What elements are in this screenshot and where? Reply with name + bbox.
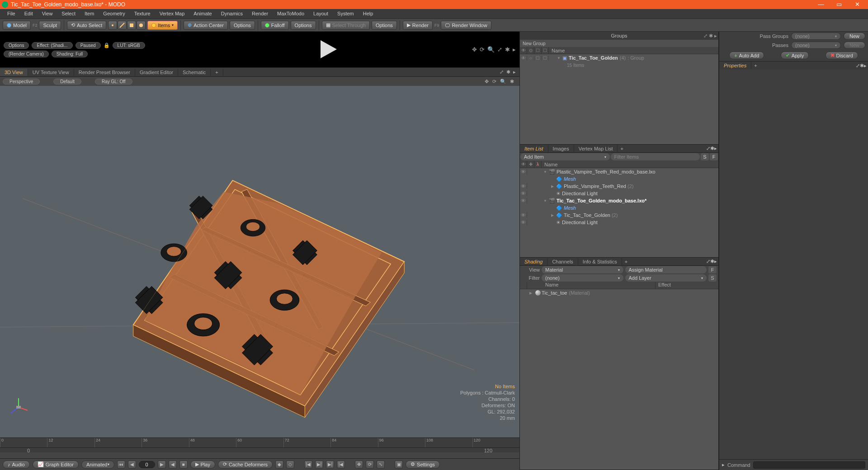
menu-select[interactable]: Select <box>57 9 80 19</box>
viewport-gear-icon[interactable]: ✱ <box>510 79 514 85</box>
itemlist-expand-icon[interactable]: ⤢ <box>706 146 710 151</box>
preview-expand-icon[interactable]: ⤢ <box>497 46 502 53</box>
menu-view[interactable]: View <box>38 9 57 19</box>
axis-gizmo[interactable] <box>7 396 30 419</box>
tab-properties[interactable]: Properties <box>719 62 751 69</box>
play-icon[interactable] <box>317 38 339 61</box>
key-next-button[interactable]: ▶| <box>315 461 323 469</box>
preview-zoom-icon[interactable]: 🔍 <box>487 46 495 53</box>
perspective-dropdown[interactable]: Perspective <box>3 79 40 85</box>
tab-item-list[interactable]: Item List <box>520 145 548 152</box>
render-button[interactable]: ▶Render <box>403 21 433 30</box>
options-button-1[interactable]: Options <box>230 21 255 30</box>
polygon-mode-icon[interactable] <box>127 21 136 30</box>
item-list-row[interactable]: 👁▶🔷Plastic_Vampire_Teeth_Red (2) <box>520 183 718 190</box>
stop-button[interactable]: ■ <box>179 461 188 469</box>
group-row[interactable]: 👁○☐☐ ▼▣ Tic_Tac_Toe_Golden (4) : Group <box>520 54 718 61</box>
preview-paused[interactable]: Paused <box>75 42 101 49</box>
cache-deformers-button[interactable]: ⟳Cache Deformers <box>218 461 273 469</box>
item-list-row[interactable]: 👁☀Directional Light <box>520 190 718 197</box>
shading-more-icon[interactable]: ▸ <box>714 258 717 264</box>
itemlist-tab-add[interactable]: + <box>618 146 626 151</box>
add-layer-dropdown[interactable]: Add Layer▾ <box>625 274 707 282</box>
menu-item[interactable]: Item <box>80 9 99 19</box>
passgroups-dropdown[interactable]: (none)▾ <box>791 33 841 40</box>
close-button[interactable]: ✕ <box>848 0 866 9</box>
tab-uv-texture[interactable]: UV Texture View <box>28 69 74 76</box>
model-button[interactable]: Model <box>3 21 31 30</box>
action-center-button[interactable]: ⊕Action Center <box>184 21 228 30</box>
select-through-button[interactable]: ▦Select Through <box>322 21 370 30</box>
menu-edit[interactable]: Edit <box>20 9 38 19</box>
add-item-dropdown[interactable]: Add Item▾ <box>520 153 610 160</box>
shading-expand-icon[interactable]: ⤢ <box>706 258 710 264</box>
preview-gear-icon[interactable]: ✱ <box>505 46 510 53</box>
vertex-mode-icon[interactable] <box>108 21 117 30</box>
frame-input[interactable]: 0 <box>139 461 155 468</box>
scale-key-button[interactable]: ⤡ <box>377 461 385 469</box>
tab-schematic[interactable]: Schematic <box>178 69 211 76</box>
key-button-2[interactable]: ◇ <box>286 461 294 469</box>
shading-s-button[interactable]: S <box>708 274 717 282</box>
groups-gear-icon[interactable]: ✱ <box>709 33 713 39</box>
settings-button[interactable]: ⚙Settings <box>406 461 440 469</box>
viewport-zoom-icon[interactable]: 🔍 <box>500 79 506 85</box>
preview-lut[interactable]: LUT: sRGB <box>113 42 145 49</box>
filter-key-button[interactable]: ▣ <box>395 461 403 469</box>
apply-button[interactable]: ✔Apply <box>781 52 809 59</box>
new-group-button[interactable]: New Group <box>520 40 718 47</box>
item-list-row[interactable]: 👁☀Directional Light <box>520 219 718 226</box>
key-button-1[interactable]: ◆ <box>275 461 283 469</box>
filter-dropdown[interactable]: (none)▾ <box>542 274 623 282</box>
render-window-button[interactable]: 🖵Render Window <box>441 21 491 30</box>
shading-effect-header[interactable]: Effect <box>655 282 718 289</box>
options-button-2[interactable]: Options <box>291 21 316 30</box>
preview-move-icon[interactable]: ✥ <box>472 46 477 53</box>
preview-refresh-icon[interactable]: ⟳ <box>480 46 485 53</box>
animated-dropdown[interactable]: Animated▾ <box>81 461 114 469</box>
lock-icon[interactable]: 🔒 <box>104 42 110 48</box>
menu-geometry[interactable]: Geometry <box>99 9 129 19</box>
menu-maxtomodo[interactable]: MaxToModo <box>273 9 309 19</box>
key-out-button[interactable]: |◀ <box>337 461 345 469</box>
audio-button[interactable]: ♪Audio <box>3 461 30 469</box>
falloff-button[interactable]: Falloff <box>261 21 289 30</box>
assign-material-button[interactable]: Assign Material <box>625 266 707 273</box>
item-list-row[interactable]: 🔷Mesh <box>520 175 718 183</box>
autoselect-button[interactable]: ⟲Auto Select <box>67 21 106 30</box>
tab-render-preset[interactable]: Render Preset Browser <box>74 69 135 76</box>
passgroups-new-button[interactable]: New <box>844 33 865 40</box>
menu-vertexmap[interactable]: Vertex Map <box>155 9 189 19</box>
maximize-button[interactable]: ▭ <box>830 0 848 9</box>
tab-info-statistics[interactable]: Info & Statistics <box>578 258 622 265</box>
view-more-icon[interactable]: ▸ <box>513 69 516 75</box>
play-back-button[interactable]: ◀ <box>169 461 177 469</box>
itemlist-s-button[interactable]: S <box>701 153 709 160</box>
first-frame-button[interactable]: ⏮ <box>117 461 125 469</box>
shading-material-row[interactable]: ▶ Tic_tac_toe (Material) <box>520 289 718 296</box>
view-gear-icon[interactable]: ✱ <box>506 69 510 75</box>
rotate-key-button[interactable]: ⟳ <box>366 461 374 469</box>
items-button[interactable]: Items▾ <box>147 21 178 30</box>
itemlist-more-icon[interactable]: ▸ <box>714 146 717 151</box>
play-button[interactable]: ▶Play <box>190 461 215 469</box>
passes-new-button[interactable]: New <box>844 42 865 49</box>
preview-shading[interactable]: Shading: Full <box>52 51 88 57</box>
edge-mode-icon[interactable] <box>118 21 127 30</box>
time-ruler[interactable]: 0 12 24 36 48 60 72 84 96 108 120 <box>0 438 519 448</box>
menu-help[interactable]: Help <box>359 9 378 19</box>
menu-system[interactable]: System <box>333 9 359 19</box>
tab-images[interactable]: Images <box>548 145 574 152</box>
shading-name-header[interactable]: Name <box>527 282 655 289</box>
preview-camera[interactable]: (Render Camera) <box>4 51 49 57</box>
command-input[interactable] <box>753 461 865 469</box>
command-arrow-icon[interactable]: ▸ <box>722 462 725 468</box>
item-list-row[interactable]: 👁▼🎬Plastic_Vampire_Teeth_Red_modo_base.l… <box>520 168 718 175</box>
properties-more-icon[interactable]: ▸ <box>864 63 867 68</box>
groups-name-header[interactable]: Name <box>549 47 718 54</box>
raygl-dropdown[interactable]: Ray GL: Off <box>95 79 132 85</box>
preview-effect[interactable]: Effect: (Shadi... <box>32 42 72 49</box>
next-frame-button[interactable]: ▶ <box>158 461 166 469</box>
material-mode-icon[interactable] <box>137 21 146 30</box>
groups-more-icon[interactable]: ▸ <box>714 33 717 39</box>
